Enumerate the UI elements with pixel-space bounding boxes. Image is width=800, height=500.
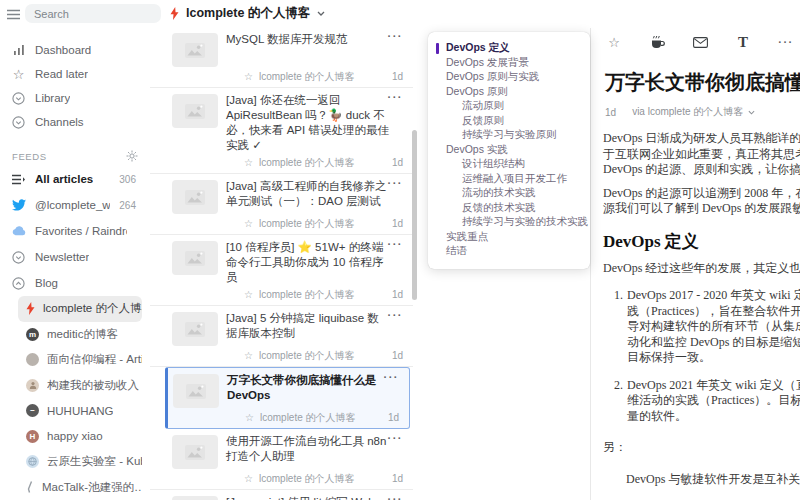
toc-item[interactable]: 流动原则 <box>428 99 586 114</box>
more-button[interactable]: ··· <box>388 433 404 444</box>
card-row: [10 倍程序员] ⭐ 51W+ 的终端命令行工具助你成为 10 倍程序员 <box>172 240 403 285</box>
list-item[interactable]: [Java] 你还在统一返回 ApiResultBean 吗？🦆 duck 不必… <box>150 88 413 174</box>
more-button[interactable]: ··· <box>388 92 404 103</box>
feed-item-label: @lcomplete_wild (Twitt… <box>35 199 110 211</box>
sidebar-item-dashboard[interactable]: Dashboard <box>0 38 148 62</box>
feed-item-label: Blog <box>35 277 58 289</box>
article-source: lcomplete 的个人博客 <box>259 288 355 302</box>
list-item[interactable]: 万字长文带你彻底搞懂什么是 DevOps···☆lcomplete 的个人博客1… <box>165 367 410 429</box>
card-row: 万字长文带你彻底搞懂什么是 DevOps <box>173 373 399 408</box>
article-age: 1d <box>392 218 403 229</box>
feed-title-dropdown[interactable]: lcomplete 的个人博客 <box>170 5 325 22</box>
list-item[interactable]: [Java] 高级工程师的自我修养之单元测试（一）：DAO 层测试···☆lco… <box>150 174 413 235</box>
text-line: 源我们可以了解到 DevOps 的发展跟敏捷软件 <box>603 201 800 217</box>
toc-item-label: 流动原则 <box>462 99 504 113</box>
article-source: lcomplete 的个人博客 <box>259 472 355 486</box>
article-title: 万字长文带你彻底搞懂什么是 DevOps <box>227 373 399 408</box>
more-button[interactable]: ··· <box>388 239 404 250</box>
more-button[interactable]: ··· <box>388 178 404 189</box>
toc-item[interactable]: DevOps 发展背景 <box>428 56 586 71</box>
blog-subscription-kube[interactable]: 云原生实验室 - Kube… <box>18 449 142 475</box>
blog-subscription-lcomplete[interactable]: lcomplete 的个人博客 <box>18 296 142 322</box>
more-button[interactable]: ··· <box>388 494 404 500</box>
image-icon <box>186 384 206 399</box>
chevron-down-icon <box>317 11 325 16</box>
star-icon[interactable]: ☆ <box>606 34 622 50</box>
sidebar-item-label: Dashboard <box>35 44 91 56</box>
toc-item-label: DevOps 原则 <box>446 85 508 99</box>
sidebar-item-read-later[interactable]: ☆Read later <box>0 62 148 86</box>
coffee-icon[interactable] <box>649 34 665 50</box>
favorite-star-icon[interactable]: ☆ <box>244 218 253 229</box>
scrollbar-thumb[interactable] <box>412 130 417 300</box>
toc-item[interactable]: 实践重点 <box>428 230 586 245</box>
more-icon[interactable]: ··· <box>778 34 794 50</box>
avatar-person-icon <box>26 379 39 392</box>
more-button[interactable]: ··· <box>384 372 400 383</box>
blog-subscription-artic[interactable]: 面向信仰编程 - Artic… <box>18 347 142 373</box>
list-item[interactable]: [10 倍程序员] ⭐ 51W+ 的终端命令行工具助你成为 10 倍程序员···… <box>150 235 413 306</box>
search-input[interactable] <box>25 4 161 23</box>
list-number: 1. <box>614 288 627 366</box>
article-age: 1d <box>605 107 616 118</box>
blog-subscription-mactalk[interactable]: MacTalk-池建强的… <box>18 475 142 500</box>
article-body: DevOps 日渐成为研发人员耳熟能详的一个组于互联网企业如此重要，真正将其思考… <box>603 131 800 487</box>
toc-item[interactable]: 反馈原则 <box>428 114 586 129</box>
raindrop-icon <box>11 226 26 236</box>
list-item[interactable]: 使用开源工作流自动化工具 n8n 打造个人助理···☆lcomplete 的个人… <box>150 429 413 490</box>
toc-item[interactable]: DevOps 实践 <box>428 143 586 158</box>
feed-item-blog[interactable]: Blog <box>0 270 148 296</box>
favorite-star-icon[interactable]: ☆ <box>244 71 253 82</box>
sidebar-item-channels[interactable]: Channels <box>0 110 148 134</box>
toc-item-label: 实践重点 <box>446 230 488 244</box>
article-source: via lcomplete 的个人博客 <box>632 105 743 119</box>
thumbnail <box>172 241 218 275</box>
favorite-star-icon[interactable]: ☆ <box>244 350 253 361</box>
favorite-star-icon[interactable]: ☆ <box>245 412 254 423</box>
favorite-star-icon[interactable]: ☆ <box>244 289 253 300</box>
article-source: lcomplete 的个人博客 <box>259 70 355 84</box>
menu-icon[interactable] <box>7 9 20 20</box>
list-item[interactable]: [Java] 5 分钟搞定 liquibase 数据库版本控制···☆lcomp… <box>150 306 413 367</box>
feed-item-all-articles[interactable]: All articles306 <box>0 166 148 192</box>
text-line: DevOps 2021 年英文 wiki 定义（直译） <box>627 378 800 394</box>
list-content: DevOps 2017 - 2020 年英文 wiki 定义践（Practice… <box>627 288 800 366</box>
mail-icon[interactable] <box>692 34 708 50</box>
blog-subscription-happy-xiao[interactable]: Hhappy xiao <box>18 424 142 450</box>
toc-item[interactable]: 持续学习与实验的技术实践 <box>428 215 586 230</box>
toc-item[interactable]: 运维融入项目开发工作 <box>428 172 586 187</box>
toc-item[interactable]: 反馈的技术实践 <box>428 201 586 216</box>
toc-item[interactable]: DevOps 原则 <box>428 85 586 100</box>
blog-subscription-label: 云原生实验室 - Kube… <box>47 454 142 469</box>
more-button[interactable]: ··· <box>388 31 404 42</box>
toc-item[interactable]: 流动的技术实践 <box>428 186 586 201</box>
gear-icon[interactable] <box>126 150 138 162</box>
blog-subscription-huhuhang[interactable]: −HUHUHANG <box>18 398 142 424</box>
article-age: 1d <box>392 350 403 361</box>
avatar-globe-icon <box>26 455 39 468</box>
feed-item-lcomplete-wild-twitt[interactable]: @lcomplete_wild (Twitt…264 <box>0 192 148 218</box>
toc-item[interactable]: DevOps 原则与实践 <box>428 70 586 85</box>
blog-subscription-meditic[interactable]: mmeditic的博客 <box>18 322 142 348</box>
feed-item-newsletter[interactable]: Newsletter <box>0 244 148 270</box>
article-source-dropdown[interactable]: via lcomplete 的个人博客 <box>632 105 755 119</box>
blog-subscription-item[interactable]: 构建我的被动收入 <box>18 373 142 399</box>
toc-item[interactable]: 持续学习与实验原则 <box>428 128 586 143</box>
toc-item[interactable]: 结语 <box>428 244 586 259</box>
toc-item[interactable]: DevOps 定义 <box>428 41 586 56</box>
favorite-star-icon[interactable]: ☆ <box>244 473 253 484</box>
chevron-circle-down-icon <box>11 92 26 105</box>
more-button[interactable]: ··· <box>388 310 404 321</box>
toc-item[interactable]: 设计组织结构 <box>428 157 586 172</box>
list-item[interactable]: [Javascript] 使用 lit 编写 Web Components 简化… <box>150 490 413 500</box>
sidebar-item-library[interactable]: Library <box>0 86 148 110</box>
typography-icon[interactable]: T <box>735 34 751 50</box>
blog-subscription-label: happy xiao <box>47 430 103 442</box>
blog-subscription-label: 面向信仰编程 - Artic… <box>47 352 142 367</box>
article-age: 1d <box>392 71 403 82</box>
toc-item-label: DevOps 实践 <box>446 143 508 157</box>
favorite-star-icon[interactable]: ☆ <box>244 157 253 168</box>
feed-item-favorites-raindrop-io[interactable]: Favorites / Raindrop.io <box>0 218 148 244</box>
list-item[interactable]: MySQL 数据库开发规范···☆lcomplete 的个人博客1d <box>150 28 413 88</box>
card-row: [Java] 你还在统一返回 ApiResultBean 吗？🦆 duck 不必… <box>172 93 403 153</box>
